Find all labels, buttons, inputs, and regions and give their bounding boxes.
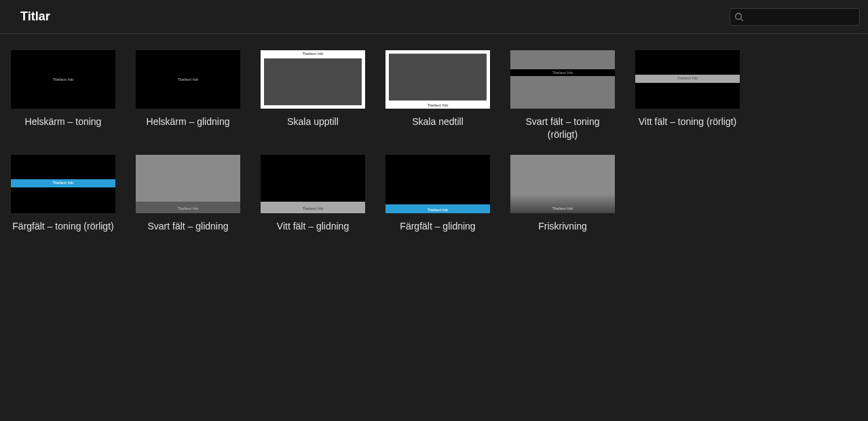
title-card-svart-falt-toning[interactable]: Titeltext härSvart fält – toning (rörlig… xyxy=(510,50,615,141)
title-label: Friskrivning xyxy=(538,220,587,233)
preview-text: Titeltext här xyxy=(302,206,323,210)
title-label: Vitt fält – glidning xyxy=(277,220,349,233)
preview-text: Titeltext här xyxy=(52,77,73,81)
title-card-helskarm-toning[interactable]: Titeltext härHelskärm – toning xyxy=(11,50,115,141)
svg-point-0 xyxy=(736,13,742,19)
preview-text: Titeltext här xyxy=(177,206,198,210)
titles-header: Titlar xyxy=(0,0,868,34)
title-card-helskarm-glidning[interactable]: Titeltext härHelskärm – glidning xyxy=(136,50,240,141)
preview-text: Titeltext här xyxy=(177,77,198,81)
title-label: Vitt fält – toning (rörligt) xyxy=(639,115,736,128)
title-thumbnail: Titeltext här xyxy=(261,50,365,109)
title-thumbnail: Titeltext här xyxy=(261,155,365,213)
title-thumbnail: Titeltext här xyxy=(635,50,740,109)
search-box[interactable] xyxy=(730,8,860,26)
preview-text: Titeltext här xyxy=(52,181,73,185)
titles-grid: Titeltext härHelskärm – toningTiteltext … xyxy=(0,34,868,249)
title-card-vitt-falt-toning[interactable]: Titeltext härVitt fält – toning (rörligt… xyxy=(635,50,740,141)
preview-text: Titeltext här xyxy=(552,71,573,75)
preview-text: Titeltext här xyxy=(552,206,573,210)
svg-line-1 xyxy=(741,18,744,21)
page-title: Titlar xyxy=(20,10,50,24)
title-card-skala-upptill[interactable]: Titeltext härSkala upptill xyxy=(261,50,365,141)
title-label: Skala nedtill xyxy=(412,115,464,128)
preview-text: Titeltext här xyxy=(427,103,448,107)
title-card-svart-falt-glidning[interactable]: Titeltext härSvart fält – glidning xyxy=(136,155,240,233)
search-icon xyxy=(734,12,744,22)
preview-text: Titeltext här xyxy=(302,52,323,56)
title-label: Svart fält – toning (rörligt) xyxy=(510,115,615,141)
title-label: Helskärm – glidning xyxy=(147,115,230,128)
preview-text: Titeltext här xyxy=(677,76,698,80)
title-thumbnail: Titeltext här xyxy=(11,155,115,213)
title-thumbnail: Titeltext här xyxy=(136,50,240,109)
title-thumbnail: Titeltext här xyxy=(11,50,115,109)
title-label: Färgfält – glidning xyxy=(400,220,475,233)
title-label: Helskärm – toning xyxy=(25,115,102,128)
title-card-skala-nedtill[interactable]: Titeltext härSkala nedtill xyxy=(385,50,490,141)
title-thumbnail: Titeltext här xyxy=(510,155,615,213)
title-card-friskrivning[interactable]: Titeltext härFriskrivning xyxy=(510,155,615,233)
title-thumbnail: Titeltext här xyxy=(510,50,615,109)
title-label: Skala upptill xyxy=(287,115,339,128)
search-input[interactable] xyxy=(748,12,855,22)
title-card-fargfalt-toning[interactable]: Titeltext härFärgfält – toning (rörligt) xyxy=(11,155,115,233)
title-thumbnail: Titeltext här xyxy=(136,155,240,213)
title-label: Svart fält – glidning xyxy=(147,220,228,233)
title-thumbnail: Titeltext här xyxy=(385,155,490,213)
preview-text: Titeltext här xyxy=(427,208,448,212)
title-thumbnail: Titeltext här xyxy=(385,50,490,109)
title-label: Färgfält – toning (rörligt) xyxy=(12,220,113,233)
title-card-fargfalt-glidning[interactable]: Titeltext härFärgfält – glidning xyxy=(385,155,490,233)
title-card-vitt-falt-glidning[interactable]: Titeltext härVitt fält – glidning xyxy=(261,155,365,233)
